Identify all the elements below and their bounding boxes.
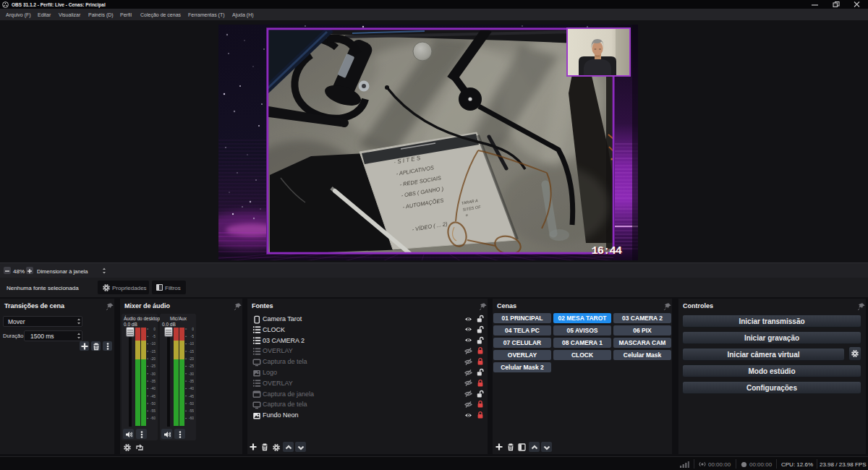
svg-text:-20: -20 — [189, 356, 194, 361]
svg-text:-25: -25 — [150, 364, 156, 368]
svg-text:-60: -60 — [150, 416, 156, 420]
svg-text:-45: -45 — [150, 394, 156, 398]
svg-text:-35: -35 — [189, 379, 194, 383]
svg-text:-55: -55 — [150, 409, 156, 413]
svg-text:-25: -25 — [189, 364, 194, 368]
svg-text:-50: -50 — [189, 401, 194, 406]
svg-text:-55: -55 — [189, 409, 194, 413]
svg-text:-40: -40 — [189, 386, 194, 390]
svg-text:-15: -15 — [150, 349, 156, 354]
svg-text:-15: -15 — [189, 349, 194, 354]
svg-text:-30: -30 — [150, 372, 156, 376]
svg-text:-50: -50 — [150, 401, 156, 406]
svg-text:16:44: 16:44 — [592, 244, 622, 257]
svg-text:-10: -10 — [150, 341, 156, 346]
svg-text:-40: -40 — [150, 386, 156, 390]
svg-text:-60: -60 — [189, 416, 194, 420]
svg-text:-10: -10 — [189, 341, 194, 346]
svg-text:-20: -20 — [150, 356, 156, 361]
svg-text:-30: -30 — [189, 372, 194, 376]
svg-text:-35: -35 — [150, 379, 156, 383]
svg-text:0: 0 — [153, 328, 156, 331]
svg-text:-5: -5 — [153, 334, 156, 338]
svg-text:-45: -45 — [189, 394, 194, 398]
svg-text:-5: -5 — [191, 334, 194, 338]
svg-text:0: 0 — [192, 328, 194, 331]
